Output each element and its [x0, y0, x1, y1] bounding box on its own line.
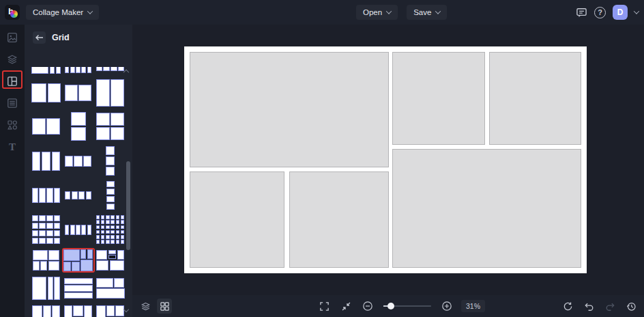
thumbnail-cell [54, 230, 60, 236]
layers-panel-button[interactable] [138, 299, 153, 314]
thumbnail-cell [116, 215, 120, 219]
grid-layout-thumbnail[interactable] [96, 79, 125, 107]
thumbnail-cell [54, 188, 60, 203]
grid-layout-thumbnail[interactable] [31, 83, 61, 102]
zoom-out-button[interactable] [360, 299, 375, 314]
open-button[interactable]: Open [356, 5, 398, 20]
thumbnail-cell [117, 250, 125, 260]
grid-layout-thumbnail[interactable] [64, 278, 93, 299]
reset-button[interactable] [560, 299, 575, 314]
save-button[interactable]: Save [407, 5, 447, 20]
thumbnail-cell [65, 85, 78, 101]
thumbnail-cell [116, 240, 120, 244]
zoom-in-button[interactable] [439, 299, 454, 314]
thumbnail-cell [106, 204, 115, 210]
collage-cell[interactable] [289, 171, 389, 268]
grid-layout-thumbnail[interactable] [65, 67, 92, 73]
collage-cell[interactable] [489, 52, 581, 145]
product-menu-button[interactable]: Collage Maker [26, 5, 99, 20]
avatar[interactable]: D [613, 5, 628, 20]
thumbnail-cell [96, 250, 108, 260]
thumbnail-cell [74, 156, 82, 167]
collage-cell[interactable] [190, 171, 284, 268]
grid-layout-thumbnail[interactable] [64, 305, 93, 317]
thumbnail-cell [116, 235, 120, 239]
grid-layout-thumbnail[interactable] [33, 250, 60, 271]
thumbnail-cell [121, 240, 125, 244]
thumbnail-cell [70, 67, 75, 73]
grid-layout-thumbnail[interactable] [96, 305, 125, 317]
rail-item-text[interactable]: T [0, 138, 25, 156]
thumbnail-cell [116, 230, 120, 234]
grid-layout-thumbnail[interactable] [32, 305, 61, 317]
fit-screen-button[interactable] [338, 299, 353, 314]
rail-item-layers[interactable] [0, 51, 25, 68]
grid-layout-thumbnail[interactable] [65, 156, 92, 167]
scroll-up-icon[interactable] [124, 68, 130, 74]
feedback-button[interactable] [576, 7, 587, 18]
grid-layout-thumbnail[interactable] [106, 181, 115, 210]
bottombar-left-group [138, 299, 172, 314]
redo-button[interactable] [602, 299, 617, 314]
zoom-slider-handle[interactable] [387, 303, 394, 309]
grid-layout-thumbnail[interactable] [106, 146, 115, 176]
rail-item-image-manager[interactable] [0, 29, 25, 46]
scroll-down-icon[interactable] [124, 307, 130, 313]
thumbnail-cell [111, 230, 115, 234]
grid-layout-thumbnail-selected[interactable] [63, 249, 93, 271]
thumbnail-cell [63, 262, 71, 271]
undo-button[interactable] [581, 299, 596, 314]
collage-cell[interactable] [392, 52, 485, 145]
panel-header: Grid [25, 25, 132, 48]
zoom-slider[interactable] [383, 301, 431, 311]
thumbnail-cell [121, 230, 125, 234]
collage-cell[interactable] [190, 52, 389, 167]
grid-layout-thumbnail[interactable] [96, 215, 125, 244]
grid-panel: Grid [25, 25, 132, 317]
grid-manager-button[interactable] [157, 299, 172, 314]
befunky-logo[interactable]: b [5, 5, 20, 20]
image-icon [7, 32, 18, 43]
grid-layout-thumbnail[interactable] [31, 67, 61, 74]
grid-layout-thumbnail[interactable] [32, 188, 61, 203]
collage-cell[interactable] [392, 149, 581, 268]
grid-layout-thumbnail[interactable] [71, 112, 86, 141]
grid-layout-thumbnail[interactable] [96, 278, 125, 299]
logo-color-wheel [10, 10, 18, 18]
thumbnail-cell [42, 152, 50, 171]
rail-item-templates[interactable] [0, 94, 25, 112]
zoom-in-icon [441, 301, 452, 312]
thumbnail-cell [115, 305, 124, 316]
grid-layout-thumbnail[interactable] [32, 215, 61, 244]
grid-layout-thumbnail[interactable] [65, 191, 92, 199]
thumbnail-cell [64, 285, 93, 291]
grid-layout-thumbnail[interactable] [65, 85, 92, 101]
tool-rail: T [0, 25, 25, 317]
thumbnail-cell [106, 156, 115, 165]
rail-item-graphics[interactable] [0, 116, 25, 134]
layers-icon [7, 54, 18, 65]
thumbnail-cell [111, 225, 115, 230]
thumbnail-cell [52, 152, 61, 171]
back-button[interactable] [33, 31, 46, 44]
collage-canvas[interactable] [184, 46, 587, 273]
panel-scrollbar[interactable] [126, 161, 130, 250]
grid-layout-thumbnail[interactable] [32, 277, 61, 300]
help-button[interactable]: ? [594, 7, 606, 18]
grid-layout-thumbnail[interactable] [32, 152, 61, 171]
thumbnail-cell [54, 238, 60, 244]
grid-manager-icon [160, 301, 170, 312]
history-button[interactable] [624, 299, 639, 314]
grid-layout-thumbnail[interactable] [96, 67, 125, 71]
thumbnail-cell [78, 191, 85, 199]
rail-item-grid[interactable] [0, 72, 25, 90]
active-tool-highlight [2, 70, 23, 89]
grid-layout-thumbnail[interactable] [96, 250, 125, 271]
grid-layout-thumbnail[interactable] [32, 118, 61, 135]
account-chevron-down-icon[interactable] [634, 8, 639, 14]
grid-layout-thumbnail[interactable] [65, 225, 92, 235]
grid-layout-thumbnail[interactable] [96, 113, 125, 140]
thumbnail-cell [96, 113, 110, 126]
fullscreen-button[interactable] [317, 299, 332, 314]
thumbnail-cell [111, 220, 115, 224]
